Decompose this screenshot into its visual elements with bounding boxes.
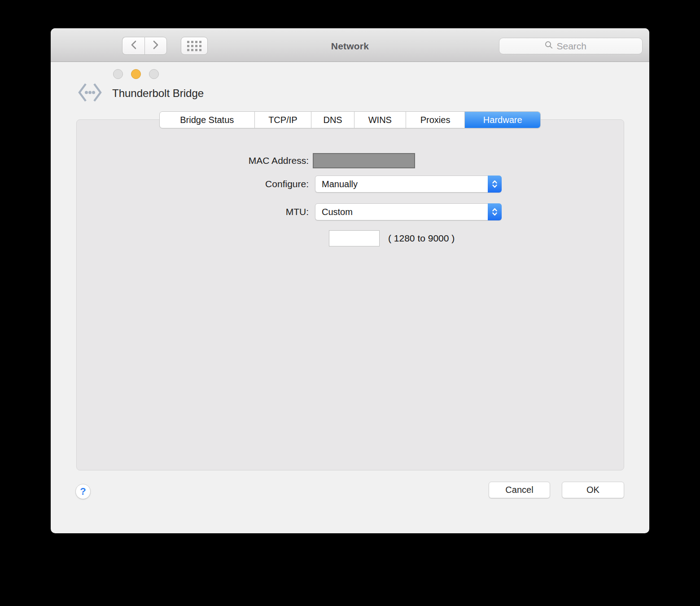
zoom-button[interactable] <box>149 69 159 79</box>
mac-address-label: MAC Address: <box>174 155 309 167</box>
tab-content-panel <box>76 119 624 470</box>
network-preferences-window: Network Thunderbolt Bridge Bridge Status… <box>51 28 649 533</box>
tab-wins[interactable]: WINS <box>354 112 406 128</box>
search-icon <box>545 41 553 51</box>
popup-arrows-icon <box>488 176 502 193</box>
connection-header: Thunderbolt Bridge <box>78 83 204 104</box>
mtu-popup-value: Custom <box>315 207 488 217</box>
help-button[interactable]: ? <box>75 484 91 499</box>
connection-name: Thunderbolt Bridge <box>112 87 204 100</box>
tab-dns[interactable]: DNS <box>311 112 354 128</box>
search-input[interactable] <box>557 41 597 52</box>
close-button[interactable] <box>113 69 123 79</box>
search-field[interactable] <box>499 38 643 54</box>
configure-popup-value: Manually <box>315 179 488 189</box>
minimize-button[interactable] <box>131 69 141 79</box>
configure-popup[interactable]: Manually <box>315 176 502 193</box>
tab-proxies[interactable]: Proxies <box>406 112 465 128</box>
ok-button[interactable]: OK <box>562 482 624 498</box>
mac-address-value <box>313 153 415 168</box>
tab-bar: Bridge Status TCP/IP DNS WINS Proxies Ha… <box>159 111 541 128</box>
mtu-custom-input[interactable] <box>329 230 380 246</box>
tab-bridge-status[interactable]: Bridge Status <box>160 112 255 128</box>
thunderbolt-bridge-icon <box>78 83 102 104</box>
configure-label: Configure: <box>174 178 309 190</box>
cancel-button[interactable]: Cancel <box>489 482 550 498</box>
mtu-range-hint: ( 1280 to 9000 ) <box>388 233 455 244</box>
popup-arrows-icon <box>488 203 502 220</box>
question-mark-icon: ? <box>80 486 86 497</box>
tab-tcp-ip[interactable]: TCP/IP <box>255 112 312 128</box>
mtu-popup[interactable]: Custom <box>315 203 502 220</box>
titlebar[interactable]: Network <box>51 28 649 62</box>
mtu-label: MTU: <box>174 206 309 218</box>
tab-hardware[interactable]: Hardware <box>465 112 540 128</box>
